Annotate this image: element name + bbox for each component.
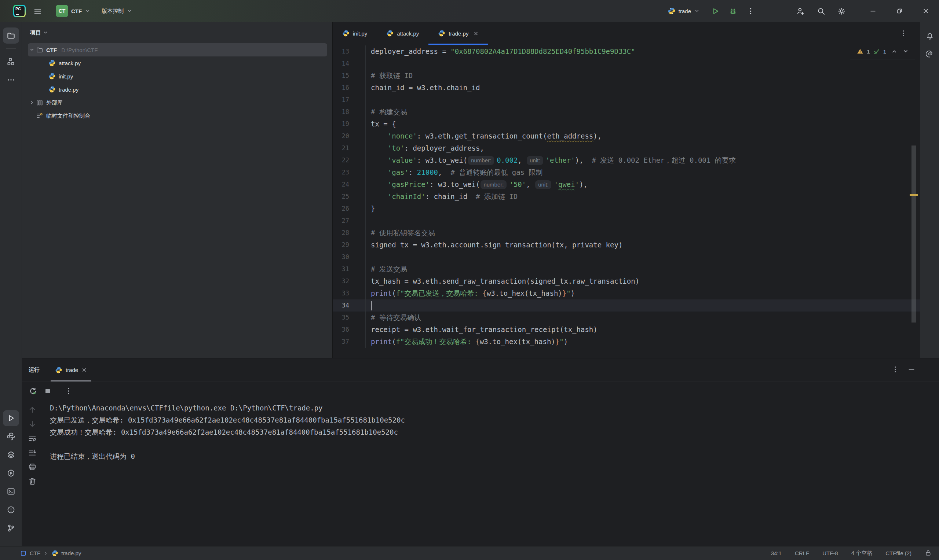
line-number[interactable]: 16 [333, 82, 366, 94]
rerun-button[interactable] [29, 387, 37, 397]
line-number[interactable]: 25 [333, 191, 366, 203]
status-item[interactable]: CRLF [795, 550, 809, 557]
status-item[interactable]: 4 个空格 [851, 550, 873, 557]
search-everywhere-button[interactable] [814, 4, 828, 18]
line-number[interactable]: 22 [333, 154, 366, 166]
tool-window-services[interactable] [3, 447, 19, 463]
tool-window-terminal[interactable] [3, 483, 19, 500]
vcs-widget[interactable]: 版本控制 [99, 4, 135, 18]
stop-icon [43, 387, 52, 395]
line-number[interactable]: 26 [333, 203, 366, 215]
line-number[interactable]: 17 [333, 94, 366, 106]
tool-window-python-console[interactable] [3, 465, 19, 481]
breadcrumb-file-label: trade.py [61, 550, 81, 556]
scrollbar-warning-mark[interactable] [910, 194, 918, 196]
line-number[interactable]: 21 [333, 142, 366, 154]
python-icon [386, 30, 393, 37]
line-number[interactable]: 36 [333, 324, 366, 336]
line-number[interactable]: 19 [333, 118, 366, 130]
line-number[interactable]: 34 [333, 299, 366, 312]
close-icon[interactable] [82, 367, 87, 373]
tree-item-attack.py[interactable]: attack.py [28, 57, 327, 70]
line-number[interactable]: 20 [333, 130, 366, 142]
status-item[interactable]: UTF-8 [822, 550, 838, 557]
line-number[interactable]: 27 [333, 215, 366, 227]
tool-window-structure[interactable] [3, 54, 19, 70]
code-area[interactable]: 13deployer_address = "0x6870802A4a17D1D8… [333, 45, 920, 358]
run-button[interactable] [708, 4, 723, 18]
chevron-up-icon[interactable] [891, 48, 897, 55]
more-options-button[interactable] [64, 387, 73, 397]
run-panel-options-button[interactable] [891, 365, 899, 375]
code-text: 'nonce': w3.eth.get_transaction_count(et… [366, 130, 601, 142]
console-output[interactable]: D:\Python\Anaconda\envs\CTFfile\python.e… [43, 401, 939, 546]
lock-button[interactable] [925, 549, 932, 557]
line-number[interactable]: 31 [333, 263, 366, 275]
run-config-selector[interactable]: trade [665, 4, 703, 18]
debug-button[interactable] [726, 4, 740, 18]
main-menu-button[interactable] [30, 4, 45, 18]
inlay-hint[interactable]: number: [468, 156, 494, 165]
editor-scrollbar[interactable] [911, 146, 916, 323]
line-number[interactable]: 33 [333, 287, 366, 299]
line-number[interactable]: 28 [333, 227, 366, 239]
tree-item-外部库[interactable]: 外部库 [28, 96, 327, 109]
breadcrumb-file[interactable]: trade.py [51, 550, 81, 557]
line-number[interactable]: 15 [333, 70, 366, 82]
run-tab[interactable]: trade [49, 358, 93, 382]
tree-item-init.py[interactable]: init.py [28, 70, 327, 83]
project-panel-header[interactable]: 项目 [22, 22, 332, 43]
ai-assistant-button[interactable] [924, 48, 936, 60]
breadcrumb-project[interactable]: CTF [20, 550, 40, 557]
tool-window-project[interactable] [3, 28, 19, 44]
close-window-button[interactable] [913, 0, 939, 22]
tool-window-version-control[interactable] [3, 520, 19, 536]
tree-item-临时文件和控制台[interactable]: 临时文件和控制台 [28, 109, 327, 122]
stop-button[interactable] [43, 387, 52, 397]
tree-item-trade.py[interactable]: trade.py [28, 83, 327, 96]
hide-panel-button[interactable] [907, 365, 916, 375]
tree-item-CTF[interactable]: CTFD:\Python\CTF [28, 43, 327, 57]
close-icon[interactable] [473, 31, 479, 36]
code-with-me-button[interactable] [793, 4, 808, 18]
editor-options-button[interactable] [897, 27, 910, 40]
status-item[interactable]: CTFfile (2) [885, 550, 911, 557]
soft-wrap-button[interactable] [28, 434, 37, 444]
inspections-widget[interactable]: 1 1 [850, 45, 915, 59]
inlay-hint[interactable]: number: [481, 180, 507, 189]
line-number[interactable]: 18 [333, 106, 366, 118]
line-number[interactable]: 35 [333, 312, 366, 324]
inlay-hint[interactable]: unit: [535, 180, 551, 189]
settings-button[interactable] [834, 4, 849, 18]
code-token: w3.to_hex(tx_hash) [480, 337, 555, 346]
line-number[interactable]: 37 [333, 336, 366, 348]
code-token: print [371, 289, 392, 297]
code-token [371, 156, 388, 164]
line-number[interactable]: 24 [333, 178, 366, 191]
line-number[interactable]: 32 [333, 275, 366, 287]
clear-all-button[interactable] [28, 477, 37, 487]
tool-window-more-tools[interactable] [3, 72, 19, 88]
editor-tab-attack.py[interactable]: attack.py [377, 22, 429, 45]
minimize-button[interactable] [860, 0, 886, 22]
editor-tab-init.py[interactable]: init.py [333, 22, 377, 45]
code-line: 29signed_tx = w3.eth.account.sign_transa… [333, 239, 920, 251]
line-number[interactable]: 14 [333, 57, 366, 70]
status-item[interactable]: 34:1 [771, 550, 782, 557]
line-number[interactable]: 13 [333, 45, 366, 57]
tool-window-run[interactable] [3, 410, 19, 426]
more-actions-button[interactable] [743, 4, 758, 18]
project-widget[interactable]: CT CTF [53, 4, 94, 18]
tool-window-python-packages[interactable] [3, 428, 19, 445]
scroll-to-end-button[interactable] [28, 448, 37, 458]
line-number[interactable]: 30 [333, 251, 366, 263]
line-number[interactable]: 29 [333, 239, 366, 251]
restore-button[interactable] [886, 0, 913, 22]
notifications-button[interactable] [924, 30, 936, 43]
print-button[interactable] [28, 463, 37, 472]
editor-tab-trade.py[interactable]: trade.py [429, 22, 488, 45]
line-number[interactable]: 23 [333, 166, 366, 178]
chevron-down-icon[interactable] [902, 48, 909, 55]
tool-window-problems[interactable] [3, 502, 19, 518]
inlay-hint[interactable]: unit: [527, 156, 543, 165]
